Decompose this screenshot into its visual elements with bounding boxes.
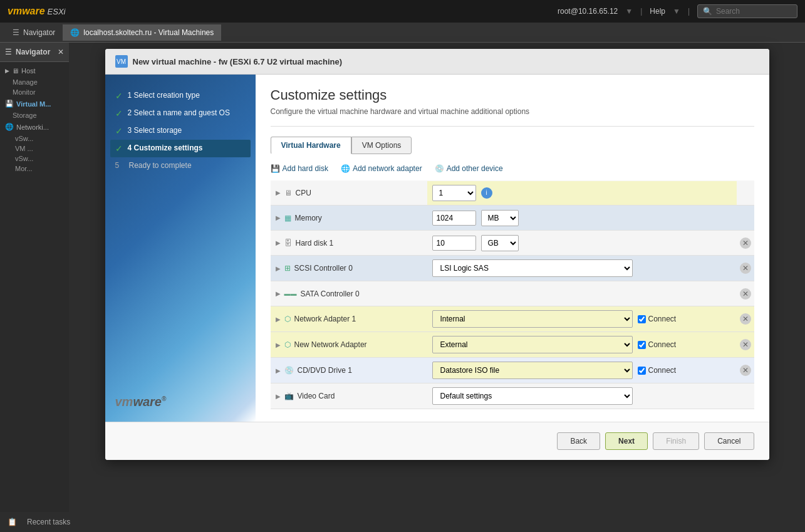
memory-unit-select[interactable]: MBGB xyxy=(481,210,519,226)
help-label[interactable]: Help xyxy=(650,7,665,16)
vmware-logo: vmwareESXi xyxy=(8,6,66,17)
sata-expand[interactable]: ▶ xyxy=(276,290,281,297)
sidebar-storage[interactable]: Storage xyxy=(0,110,69,120)
vm-icon: 💾 xyxy=(5,100,14,108)
new-net-adapter-action-cell[interactable]: ✕ xyxy=(737,335,754,354)
hard-disk-remove-icon[interactable]: ✕ xyxy=(740,237,751,249)
sata-value-cell xyxy=(427,290,737,298)
sidebar-vms[interactable]: 💾 Virtual M... xyxy=(0,97,69,110)
cpu-name-cell: ▶ 🖥 CPU xyxy=(271,185,427,201)
video-card-select[interactable]: Default settings Custom xyxy=(432,387,633,405)
next-button[interactable]: Next xyxy=(605,432,648,450)
sidebar-vsw2[interactable]: vSw... xyxy=(0,154,69,164)
sata-name-cell: ▶ ▬▬ SATA Controller 0 xyxy=(271,286,427,302)
new-net-adapter-expand[interactable]: ▶ xyxy=(276,342,281,348)
new-net-adapter-remove-icon[interactable]: ✕ xyxy=(740,339,751,350)
cd-dvd-icon: 💿 xyxy=(284,366,294,375)
scsi-name-cell: ▶ ⊞ SCSI Controller 0 xyxy=(271,260,427,276)
cpu-icon: 🖥 xyxy=(284,189,292,197)
new-net-adapter-name-cell: ▶ ⬡ New Network Adapter xyxy=(271,336,427,353)
sata-remove-icon[interactable]: ✕ xyxy=(740,288,751,300)
net-adapter-1-remove-icon[interactable]: ✕ xyxy=(740,313,751,325)
hard-disk-action-cell[interactable]: ✕ xyxy=(737,234,754,253)
topbar-right: root@10.16.65.12 ▼ | Help ▼ | 🔍 xyxy=(558,4,797,18)
cpu-value-cell: 1248 i xyxy=(427,181,737,205)
tab-virtual-hardware[interactable]: Virtual Hardware xyxy=(271,137,351,154)
cd-dvd-remove-icon[interactable]: ✕ xyxy=(740,365,751,376)
search-box[interactable]: 🔍 xyxy=(697,4,797,18)
scsi-action-cell[interactable]: ✕ xyxy=(737,259,754,278)
new-net-adapter-connect-label: Connect xyxy=(638,340,677,349)
net-adapter-1-select[interactable]: Internal External VM Network xyxy=(432,310,633,328)
cd-dvd-connect-checkbox[interactable] xyxy=(638,367,646,375)
sidebar-vsw1[interactable]: vSw... xyxy=(0,133,69,143)
add-other-device-link[interactable]: 💿 Add other device xyxy=(435,164,503,173)
memory-expand[interactable]: ▶ xyxy=(276,214,281,221)
wizard-panel: ✓ 1 Select creation type ✓ 2 Select a na… xyxy=(105,75,256,422)
cd-dvd-connect-label: Connect xyxy=(638,366,677,375)
tab-vm-options[interactable]: VM Options xyxy=(351,137,412,154)
video-card-value-cell: Default settings Custom xyxy=(427,383,737,409)
memory-input[interactable] xyxy=(432,211,476,226)
cpu-count-select[interactable]: 1248 xyxy=(432,185,476,201)
sidebar-vm[interactable]: VM ... xyxy=(0,143,69,154)
hardware-scroll[interactable]: ▶ 🖥 CPU 1248 i xyxy=(271,180,754,409)
network-icon: 🌐 xyxy=(5,123,14,131)
cd-dvd-name-cell: ▶ 💿 CD/DVD Drive 1 xyxy=(271,362,427,378)
new-net-adapter-connect-checkbox[interactable] xyxy=(638,341,646,349)
scsi-expand[interactable]: ▶ xyxy=(276,265,281,272)
page-subtitle: Configure the virtual machine hardware a… xyxy=(271,107,754,116)
cancel-button[interactable]: Cancel xyxy=(704,432,754,450)
net-adapter-1-connect-checkbox[interactable] xyxy=(638,315,646,323)
recent-tasks-label[interactable]: Recent tasks xyxy=(27,518,70,526)
navbar: ☰ Navigator 🌐 localhost.skoltech.ru - Vi… xyxy=(0,23,805,43)
net-adapter-1-action-cell[interactable]: ✕ xyxy=(737,310,754,328)
net-adapter-1-name-cell: ▶ ⬡ Network Adapter 1 xyxy=(271,311,427,327)
net-adapter-1-connect-label: Connect xyxy=(638,315,677,323)
cd-dvd-select[interactable]: Datastore ISO file Host device Client de… xyxy=(432,362,633,379)
host-label: Host xyxy=(21,67,36,75)
content-area: VM New virtual machine - fw (ESXi 6.7 U2… xyxy=(69,43,805,512)
main-tab[interactable]: 🌐 localhost.skoltech.ru - Virtual Machin… xyxy=(63,24,221,41)
topbar: vmwareESXi root@10.16.65.12 ▼ | Help ▼ |… xyxy=(0,0,805,23)
wizard-step-5: 5 Ready to complete xyxy=(115,157,246,174)
navigator-tab[interactable]: ☰ Navigator xyxy=(5,24,63,41)
sidebar-mor[interactable]: Mor... xyxy=(0,164,69,174)
cpu-action-cell xyxy=(737,189,754,197)
wizard-steps: ✓ 1 Select creation type ✓ 2 Select a na… xyxy=(105,87,256,174)
net-adapter-1-expand[interactable]: ▶ xyxy=(276,316,281,323)
video-card-expand[interactable]: ▶ xyxy=(276,393,281,400)
scsi-remove-icon[interactable]: ✕ xyxy=(740,263,751,274)
hard-disk-input[interactable] xyxy=(432,236,476,251)
vmware-bottom-logo: vmware® xyxy=(115,282,167,409)
finish-button[interactable]: Finish xyxy=(653,432,699,450)
add-network-adapter-link[interactable]: 🌐 Add network adapter xyxy=(341,164,422,173)
cpu-expand[interactable]: ▶ xyxy=(276,189,281,196)
back-button[interactable]: Back xyxy=(557,432,600,450)
scsi-type-select[interactable]: LSI Logic SAS LSI Logic Parallel VMware … xyxy=(432,259,633,277)
search-input[interactable] xyxy=(716,7,791,16)
cd-dvd-expand[interactable]: ▶ xyxy=(276,367,281,374)
cpu-info-icon[interactable]: i xyxy=(481,187,492,199)
sidebar-close-icon[interactable]: ✕ xyxy=(58,48,64,56)
cd-dvd-action-cell[interactable]: ✕ xyxy=(737,361,754,380)
wizard-step-4: ✓ 4 Customize settings xyxy=(110,140,251,157)
new-net-adapter-select[interactable]: Internal External VM Network xyxy=(432,336,633,353)
scsi-icon: ⊞ xyxy=(284,264,291,273)
step-5-label: Ready to complete xyxy=(129,161,192,170)
video-card-name-cell: ▶ 📺 Video Card xyxy=(271,388,427,404)
step-2-label: 2 Select a name and guest OS xyxy=(128,108,230,117)
sata-action-cell[interactable]: ✕ xyxy=(737,284,754,303)
sidebar-manage[interactable]: Manage xyxy=(0,77,69,87)
wizard-step-2: ✓ 2 Select a name and guest OS xyxy=(115,105,246,122)
hw-row-new-network-adapter: ▶ ⬡ New Network Adapter Internal Externa… xyxy=(271,332,754,358)
hard-disk-unit-select[interactable]: GBTB xyxy=(481,235,519,251)
hard-disk-expand[interactable]: ▶ xyxy=(276,239,281,246)
add-hard-disk-link[interactable]: 💾 Add hard disk xyxy=(271,164,328,173)
sidebar-monitor[interactable]: Monitor xyxy=(0,87,69,97)
sidebar-networking[interactable]: 🌐 Networki... xyxy=(0,120,69,133)
check-icon-2: ✓ xyxy=(115,108,123,118)
sidebar-host[interactable]: ▶ 🖥 Host xyxy=(0,65,69,77)
hw-row-video-card: ▶ 📺 Video Card Default settings Custom xyxy=(271,383,754,409)
hw-row-cpu: ▶ 🖥 CPU 1248 i xyxy=(271,180,754,206)
